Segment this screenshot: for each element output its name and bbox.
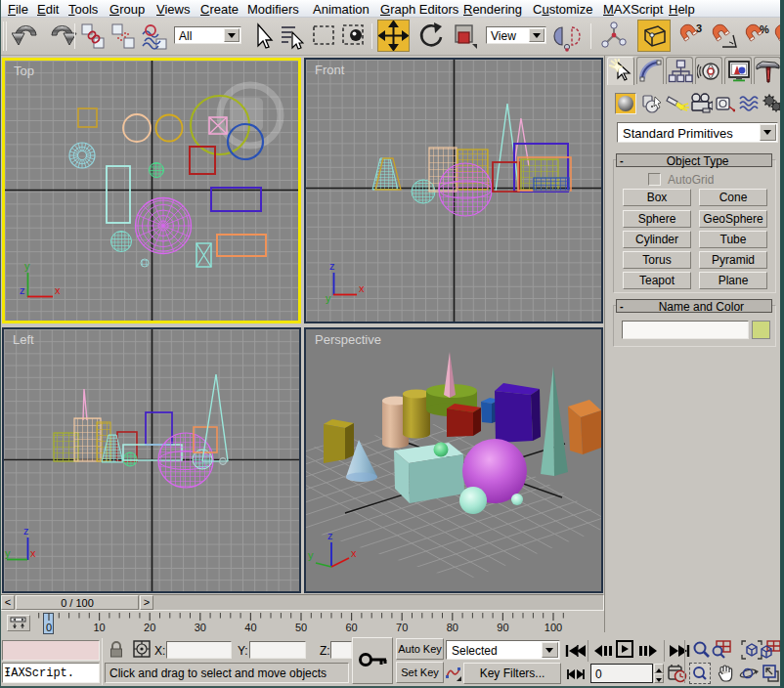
svg-text:100: 100 bbox=[544, 622, 562, 633]
svg-text:x: x bbox=[30, 547, 36, 559]
svg-text:x: x bbox=[359, 282, 365, 294]
svg-text:x: x bbox=[55, 284, 61, 296]
svg-text:60: 60 bbox=[345, 622, 357, 633]
svg-text:3: 3 bbox=[696, 22, 702, 34]
svg-text:z: z bbox=[329, 260, 335, 272]
svg-text:90: 90 bbox=[497, 622, 508, 633]
svg-text:80: 80 bbox=[447, 622, 458, 633]
svg-text:70: 70 bbox=[396, 622, 408, 633]
svg-text:y: y bbox=[24, 260, 30, 272]
svg-text:40: 40 bbox=[244, 622, 256, 633]
svg-text:%: % bbox=[760, 23, 769, 35]
svg-text:x: x bbox=[351, 547, 357, 559]
svg-text:10: 10 bbox=[93, 622, 105, 633]
svg-text:z: z bbox=[327, 530, 333, 541]
svg-text:0: 0 bbox=[46, 622, 52, 633]
svg-text:y: y bbox=[308, 549, 314, 561]
svg-text:z: z bbox=[23, 525, 29, 537]
svg-text:30: 30 bbox=[195, 622, 206, 633]
svg-text:z: z bbox=[20, 284, 25, 296]
svg-text:20: 20 bbox=[144, 622, 155, 633]
svg-text:y: y bbox=[326, 292, 331, 304]
svg-text:y: y bbox=[5, 547, 11, 559]
svg-text:50: 50 bbox=[295, 622, 307, 633]
